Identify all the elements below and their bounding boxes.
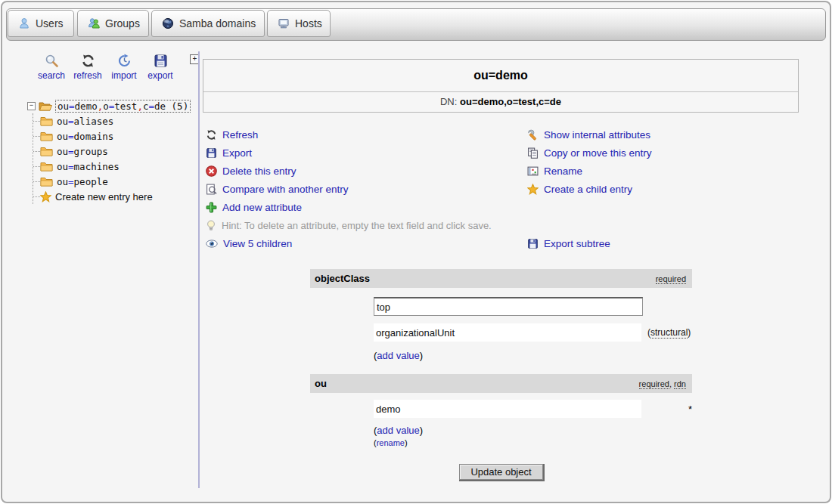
objectclass-value-row-2: (structural) xyxy=(374,323,692,342)
view-children-label: View 5 children xyxy=(223,238,292,249)
export-link-label: Export xyxy=(222,147,252,159)
tree-item-people[interactable]: ou=people xyxy=(33,174,191,189)
tree-item-machines[interactable]: ou=machines xyxy=(33,159,191,174)
import-button[interactable]: import xyxy=(106,54,142,81)
objectclass-value-row-1 xyxy=(374,297,692,316)
star-icon xyxy=(40,191,51,203)
rename-label: Rename xyxy=(544,165,582,177)
form-button-row: Update object xyxy=(310,464,692,480)
objectclass-add-value-link[interactable]: (add value) xyxy=(374,350,692,361)
entry-header: ou=demo DN: ou=demo,o=test,c=de xyxy=(203,59,799,113)
refresh-icon xyxy=(206,129,217,141)
tree-item-domains[interactable]: ou=domains xyxy=(33,128,191,144)
attribute-flags: required xyxy=(656,274,686,283)
ou-add-value-link[interactable]: (add value) xyxy=(374,425,692,436)
objectclass-section-header: objectClass required xyxy=(310,269,692,288)
search-label: search xyxy=(38,70,65,81)
globe-icon xyxy=(162,17,174,29)
sidebar-toolbar: search refresh import xyxy=(33,54,179,81)
export-link[interactable]: Export xyxy=(206,144,492,162)
user-icon xyxy=(18,17,30,29)
tree-root-entry[interactable]: ou=demo,o=test,c=de (5) xyxy=(55,100,191,113)
import-label: import xyxy=(111,70,136,81)
attribute-flags: required, rdn xyxy=(639,379,686,388)
add-icon xyxy=(206,202,217,213)
update-object-button[interactable]: Update object xyxy=(459,464,542,480)
folder-icon xyxy=(40,177,53,187)
folder-icon xyxy=(40,116,53,126)
create-child-entry-label: Create a child entry xyxy=(544,184,632,195)
compare-icon xyxy=(206,184,217,195)
copy-move-entry-link[interactable]: Copy or move this entry xyxy=(527,144,652,162)
objectclass-value-input-2[interactable] xyxy=(374,323,641,342)
ou-value-row: * xyxy=(374,400,692,418)
search-button[interactable]: search xyxy=(33,54,70,81)
tree-item-aliases[interactable]: ou=aliases xyxy=(33,113,191,128)
add-attribute-link[interactable]: Add new attribute xyxy=(206,198,492,216)
rename-icon xyxy=(527,165,539,177)
tab-groups[interactable]: Groups xyxy=(77,10,149,37)
attribute-name: ou xyxy=(315,378,327,389)
tab-hosts[interactable]: Hosts xyxy=(267,10,331,37)
create-entry-label: Create new entry here xyxy=(55,191,153,203)
refresh-link[interactable]: Refresh xyxy=(206,125,492,144)
compare-entry-label: Compare with another entry xyxy=(222,184,349,195)
export-icon xyxy=(154,54,168,68)
attribute-form: objectClass required (structural) (add v… xyxy=(310,269,692,480)
add-attribute-label: Add new attribute xyxy=(222,202,302,213)
hint-row: Hint: To delete an attribute, empty the … xyxy=(206,216,492,234)
actions-left: Refresh Export Delete this entry xyxy=(206,125,492,252)
dn-value: ou=demo,o=test,c=de xyxy=(460,96,561,107)
entry-title: ou=demo xyxy=(203,60,798,91)
structural-note: (structural) xyxy=(647,327,691,338)
tree-create-entry[interactable]: Create new entry here xyxy=(33,189,191,204)
tab-hosts-label: Hosts xyxy=(295,17,322,29)
tab-samba-domains[interactable]: Samba domains xyxy=(151,10,265,37)
tree-item-label: ou=people xyxy=(57,176,108,187)
copy-move-entry-label: Copy or move this entry xyxy=(544,147,652,159)
collapse-icon[interactable]: − xyxy=(27,102,36,110)
rdn-marker: * xyxy=(688,404,692,415)
folder-icon xyxy=(40,131,53,141)
pane-divider xyxy=(198,51,200,488)
delete-entry-link[interactable]: Delete this entry xyxy=(206,162,492,180)
folder-icon xyxy=(40,147,53,156)
import-icon xyxy=(117,54,132,68)
entry-dn-row: DN: ou=demo,o=test,c=de xyxy=(203,91,798,112)
tab-samba-domains-label: Samba domains xyxy=(179,17,256,29)
refresh-button[interactable]: refresh xyxy=(70,54,106,81)
star-icon xyxy=(527,184,539,195)
host-icon xyxy=(278,17,290,29)
export-button[interactable]: export xyxy=(142,54,179,81)
export-label: export xyxy=(147,70,172,81)
export-subtree-link[interactable]: Export subtree xyxy=(527,234,652,252)
ou-rename-link[interactable]: (rename) xyxy=(374,438,692,447)
tree-item-label: ou=groups xyxy=(57,146,108,157)
attribute-name: objectClass xyxy=(315,273,370,284)
ou-section-header: ou required, rdn xyxy=(310,374,692,393)
tree-item-label: ou=machines xyxy=(57,161,120,172)
view-children-link[interactable]: View 5 children xyxy=(206,234,492,252)
tree-root-row: − ou=demo,o=test,c=de (5) xyxy=(27,98,191,113)
copy-icon xyxy=(527,147,539,159)
compare-entry-link[interactable]: Compare with another entry xyxy=(206,180,492,198)
tab-users[interactable]: Users xyxy=(8,10,74,37)
lightbulb-icon xyxy=(206,220,216,231)
tab-users-label: Users xyxy=(36,17,64,29)
floppy-icon xyxy=(527,238,539,249)
rename-link[interactable]: Rename xyxy=(527,162,652,180)
group-icon xyxy=(88,17,100,29)
objectclass-value-input-1[interactable] xyxy=(374,297,643,316)
create-child-entry-link[interactable]: Create a child entry xyxy=(527,180,652,198)
ou-value-input[interactable] xyxy=(374,400,641,418)
show-internal-attributes-label: Show internal attributes xyxy=(544,129,650,141)
tab-groups-label: Groups xyxy=(105,17,140,29)
actions-right-spacer xyxy=(527,198,652,234)
wrench-icon xyxy=(527,129,539,141)
phpldapadmin-window: Users Groups Samba domains Hosts xyxy=(0,0,832,504)
tree-item-groups[interactable]: ou=groups xyxy=(33,144,191,159)
ldap-tree: − ou=demo,o=test,c=de (5) ou=aliases xyxy=(27,98,191,204)
show-internal-attributes-link[interactable]: Show internal attributes xyxy=(527,125,652,144)
dn-label: DN: xyxy=(440,96,457,107)
search-icon xyxy=(45,54,59,68)
